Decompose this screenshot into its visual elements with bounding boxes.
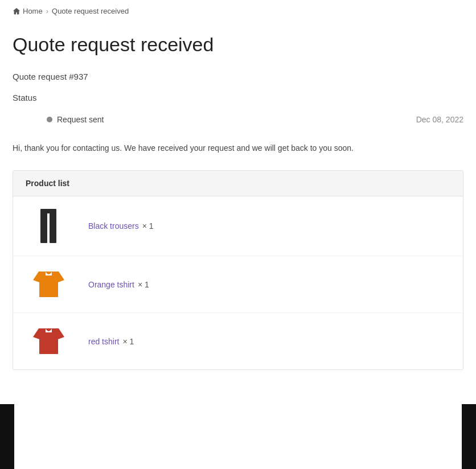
product-list-body: Black trousers × 1 Orange tshirt × 1 xyxy=(13,196,463,369)
orange-tshirt-icon xyxy=(33,269,64,300)
svg-marker-3 xyxy=(33,271,64,297)
product-list-header: Product list xyxy=(13,171,463,196)
red-tshirt-link[interactable]: red tshirt xyxy=(88,337,119,346)
product-image-red-tshirt xyxy=(26,326,71,357)
breadcrumb-home-link[interactable]: Home xyxy=(13,7,43,15)
svg-rect-1 xyxy=(40,213,47,243)
svg-rect-2 xyxy=(50,213,56,243)
main-content: Quote request received Quote request #93… xyxy=(0,22,476,381)
status-text: Request sent xyxy=(57,115,104,124)
page-title: Quote request received xyxy=(13,34,463,56)
product-info-red-tshirt: red tshirt × 1 xyxy=(88,337,134,346)
status-section-label: Status xyxy=(13,93,463,102)
right-black-bar xyxy=(462,404,476,469)
breadcrumb-separator: › xyxy=(46,7,48,15)
product-info-orange-tshirt: Orange tshirt × 1 xyxy=(88,280,149,289)
product-image-orange-tshirt xyxy=(26,269,71,300)
trousers-icon xyxy=(37,209,60,243)
product-info-black-trousers: Black trousers × 1 xyxy=(88,221,154,231)
orange-tshirt-quantity: × 1 xyxy=(138,280,149,289)
product-image-black-trousers xyxy=(26,209,71,243)
svg-marker-4 xyxy=(33,328,64,354)
black-trousers-quantity: × 1 xyxy=(142,221,154,231)
status-left: Request sent xyxy=(47,115,104,124)
quote-number: Quote request #937 xyxy=(13,72,463,81)
orange-tshirt-link[interactable]: Orange tshirt xyxy=(88,280,134,289)
home-icon xyxy=(13,7,20,15)
red-tshirt-icon xyxy=(33,326,64,357)
breadcrumb-home-label: Home xyxy=(23,7,43,15)
breadcrumb-current: Quote request received xyxy=(52,7,129,15)
status-dot xyxy=(47,117,52,122)
product-item-black-trousers: Black trousers × 1 xyxy=(13,196,463,256)
red-tshirt-quantity: × 1 xyxy=(122,337,134,346)
svg-rect-0 xyxy=(40,209,56,213)
black-trousers-link[interactable]: Black trousers xyxy=(88,221,139,231)
product-list-container: Product list Black trousers × 1 xyxy=(13,170,463,370)
status-row: Request sent Dec 08, 2022 xyxy=(13,110,463,129)
product-item-red-tshirt: red tshirt × 1 xyxy=(13,313,463,369)
left-black-bar xyxy=(0,404,14,469)
product-item-orange-tshirt: Orange tshirt × 1 xyxy=(13,256,463,313)
thank-you-message: Hi, thank you for contacting us. We have… xyxy=(13,142,463,154)
breadcrumb: Home › Quote request received xyxy=(0,0,476,22)
status-date: Dec 08, 2022 xyxy=(416,115,463,124)
